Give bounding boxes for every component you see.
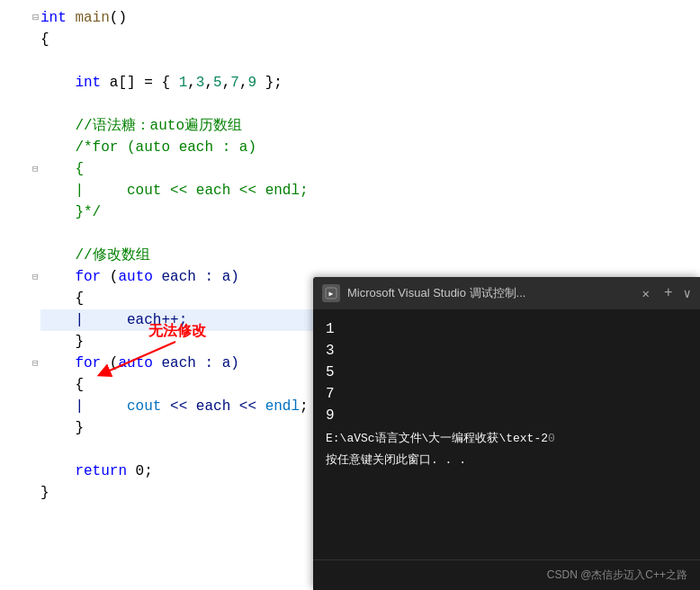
terminal-output-2: 3 [326, 340, 687, 362]
svg-text:▶: ▶ [329, 290, 334, 298]
terminal-output-4: 7 [326, 383, 687, 405]
code-line: /*for (auto each : a) [40, 137, 691, 158]
code-line: int a[] = { 1,3,5,7,9 }; [40, 72, 691, 94]
annotation-container: 无法修改 [139, 322, 206, 382]
terminal-window: ▶ Microsoft Visual Studio 调试控制... ✕ + ∨ … [313, 277, 700, 590]
collapse-indicator-4: ⊟ [32, 7, 39, 374]
terminal-body: 1 3 5 7 9 E:\aVSc语言文件\大一编程收获\text-20 按任意… [313, 309, 700, 559]
annotation-arrow [85, 337, 193, 382]
terminal-app-icon: ▶ [322, 284, 340, 302]
code-line [40, 223, 691, 245]
terminal-output-5: 9 [326, 405, 687, 426]
terminal-titlebar: ▶ Microsoft Visual Studio 调试控制... ✕ + ∨ [313, 277, 700, 309]
terminal-output-3: 5 [326, 362, 687, 383]
code-line: int main() [40, 7, 691, 29]
code-line: | cout << each << endl; [40, 180, 691, 201]
terminal-prompt: 按任意键关闭此窗口. . . [326, 451, 687, 469]
code-line: { [40, 29, 691, 50]
svg-line-1 [103, 342, 175, 373]
terminal-title: Microsoft Visual Studio 调试控制... [347, 285, 632, 301]
terminal-close-button[interactable]: ✕ [639, 286, 653, 301]
terminal-plus-button[interactable]: + [660, 285, 677, 301]
code-line: //语法糖：auto遍历数组 [40, 115, 691, 137]
code-line [40, 50, 691, 72]
code-line: }*/ [40, 201, 691, 223]
code-line: //修改数组 [40, 245, 691, 266]
terminal-path: E:\aVSc语言文件\大一编程收获\text-20 [326, 430, 687, 448]
terminal-chevron-button[interactable]: ∨ [684, 286, 691, 301]
code-line: { [40, 158, 691, 180]
terminal-output-1: 1 [326, 318, 687, 340]
terminal-footer: CSDN @杰信步迈入C++之路 [313, 559, 700, 590]
keyword-int: int [40, 7, 67, 29]
code-line [40, 94, 691, 115]
code-editor: int main() { int a[] = { 1,3,5,7,9 }; //… [0, 0, 700, 590]
